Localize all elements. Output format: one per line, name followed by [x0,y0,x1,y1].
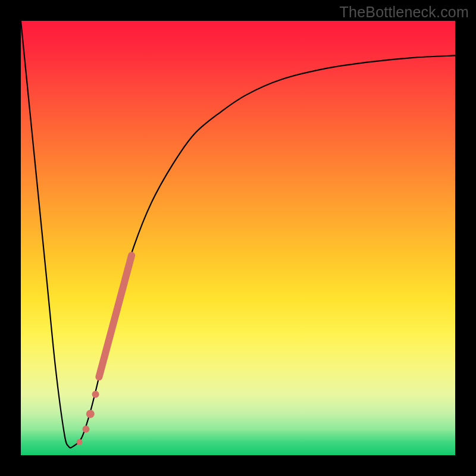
marker-thick-segment [99,255,131,377]
marker-dot-4 [77,439,83,445]
chart-frame: TheBottleneck.com [0,0,476,476]
marker-dot-2 [86,410,95,418]
watermark-text: TheBottleneck.com [340,4,469,21]
chart-svg [21,21,455,455]
marker-dot-3 [83,425,90,433]
plot-area [21,21,455,455]
marker-dot-1 [92,391,99,398]
bottleneck-curve-path [21,21,455,448]
